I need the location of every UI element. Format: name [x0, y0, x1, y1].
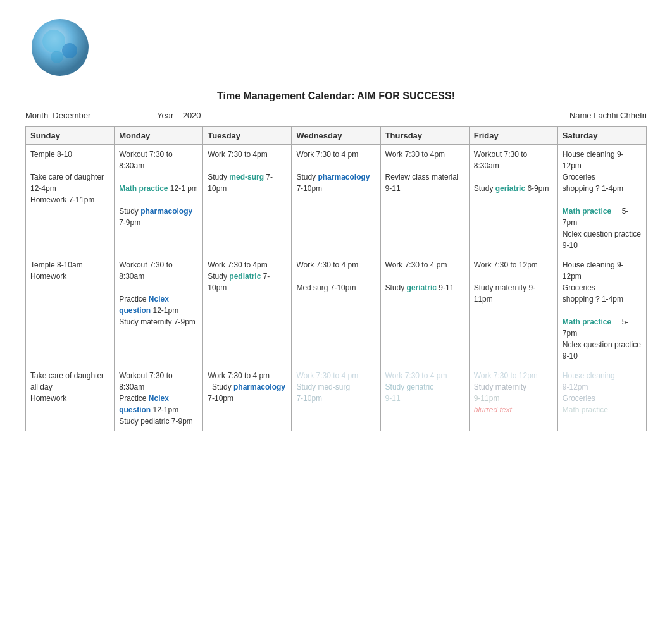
- cell-r1-monday: Workout 7:30 to 8:30am Math practice 12-…: [115, 145, 203, 255]
- cell-r1-wednesday: Work 7:30 to 4 pm Study pharmacology 7-1…: [292, 145, 380, 255]
- calendar-row-3: Take care of daughter all day Homework W…: [26, 366, 647, 431]
- month-year-label: Month_December______________ Year__2020: [25, 111, 201, 120]
- cell-r2-wednesday: Work 7:30 to 4 pm Med surg 7-10pm: [292, 255, 380, 366]
- cell-r3-friday: Work 7:30 to 12pm Study maternity 9-11pm…: [469, 366, 557, 431]
- cell-r1-friday: Workout 7:30 to 8:30am Study geriatric 6…: [469, 145, 557, 255]
- header-tuesday: Tuesday: [203, 127, 292, 145]
- calendar-table: Sunday Monday Tuesday Wednesday Thursday…: [25, 126, 647, 431]
- header-sunday: Sunday: [26, 127, 115, 145]
- cell-r1-saturday: House cleaning 9-12pm Groceries shopping…: [557, 145, 646, 255]
- logo-area: [25, 13, 647, 84]
- cell-r3-thursday: Work 7:30 to 4 pm Study geriatric 9-11: [380, 366, 469, 431]
- header-thursday: Thursday: [380, 127, 469, 145]
- cell-r2-thursday: Work 7:30 to 4 pm Study geriatric 9-11: [380, 255, 469, 366]
- cell-r2-saturday: House cleaning 9-12pm Groceries shopping…: [557, 255, 646, 366]
- cell-r2-friday: Work 7:30 to 12pm Study maternity 9-11pm: [469, 255, 557, 366]
- name-label: Name Lachhi Chhetri: [569, 111, 647, 120]
- cell-r3-monday: Workout 7:30 to 8:30am Practice Nclex qu…: [115, 366, 203, 431]
- cell-r1-tuesday: Work 7:30 to 4pm Study med-surg 7-10pm: [203, 145, 292, 255]
- cell-r3-wednesday: Work 7:30 to 4 pm Study med-surg 7-10pm: [292, 366, 380, 431]
- cell-r2-monday: Workout 7:30 to 8:30am Practice Nclex qu…: [115, 255, 203, 366]
- header-saturday: Saturday: [557, 127, 646, 145]
- svg-point-1: [42, 30, 65, 52]
- header-friday: Friday: [469, 127, 557, 145]
- logo-icon: [25, 13, 95, 82]
- svg-point-2: [62, 43, 77, 58]
- calendar-header-row: Sunday Monday Tuesday Wednesday Thursday…: [26, 127, 647, 145]
- header-wednesday: Wednesday: [292, 127, 380, 145]
- cell-r3-sunday: Take care of daughter all day Homework: [26, 366, 115, 431]
- cell-r2-tuesday: Work 7:30 to 4pm Study pediatric 7-10pm: [203, 255, 292, 366]
- cell-r1-thursday: Work 7:30 to 4pm Review class material 9…: [380, 145, 469, 255]
- calendar-row-1: Temple 8-10 Take care of daughter 12-4pm…: [26, 145, 647, 255]
- cell-r3-saturday: House cleaning 9-12pm Groceries Math pra…: [557, 366, 646, 431]
- header-monday: Monday: [115, 127, 203, 145]
- svg-point-3: [51, 51, 63, 63]
- page-title: Time Management Calendar: AIM FOR SUCCES…: [25, 90, 647, 102]
- cell-r2-sunday: Temple 8-10am Homework: [26, 255, 115, 366]
- cell-r1-sunday: Temple 8-10 Take care of daughter 12-4pm…: [26, 145, 115, 255]
- calendar-row-2: Temple 8-10am Homework Workout 7:30 to 8…: [26, 255, 647, 366]
- cell-r3-tuesday: Work 7:30 to 4 pm Study pharmacology 7-1…: [203, 366, 292, 431]
